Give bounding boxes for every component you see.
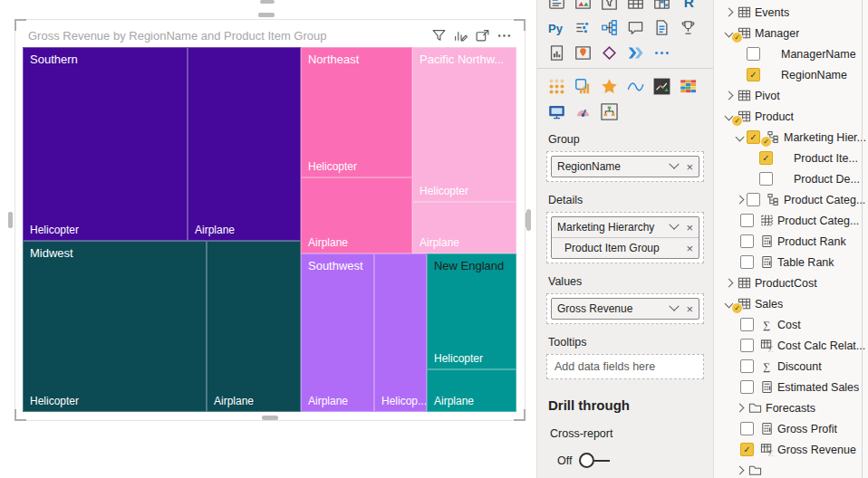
chevron-right-icon[interactable] bbox=[721, 280, 736, 286]
cv-curve-icon[interactable] bbox=[625, 76, 645, 96]
field-checkbox-unchecked[interactable] bbox=[740, 339, 754, 352]
field-row-product-rank[interactable]: Product Rank bbox=[714, 231, 868, 252]
chevron-right-icon[interactable] bbox=[732, 467, 747, 473]
field-row-marketing-hier[interactable]: ✓✓Marketing Hier... bbox=[714, 127, 868, 148]
chevron-right-icon[interactable] bbox=[721, 92, 736, 99]
field-row-discount[interactable]: ∑Discount bbox=[714, 356, 868, 377]
focus-mode-icon[interactable] bbox=[475, 28, 490, 43]
field-row-cost[interactable]: ∑Cost bbox=[714, 314, 868, 335]
chevron-right-icon[interactable] bbox=[732, 196, 747, 203]
cv-orgchart-icon[interactable] bbox=[599, 101, 619, 121]
python-icon[interactable]: Py bbox=[546, 17, 566, 37]
other-visual-handle[interactable] bbox=[260, 0, 275, 4]
values-field-well[interactable]: Gross Revenue × bbox=[546, 293, 704, 324]
chevron-right-icon[interactable] bbox=[721, 9, 736, 15]
treemap-cell-midwest-airplane[interactable]: Airplane bbox=[207, 241, 301, 412]
cv-heatmap-icon[interactable] bbox=[678, 76, 698, 96]
visual-resize-handle-top[interactable] bbox=[258, 13, 275, 17]
analytics-pencil-icon[interactable] bbox=[453, 28, 468, 43]
remove-field-icon[interactable]: × bbox=[686, 222, 693, 234]
group-field-well[interactable]: RegionName × bbox=[546, 151, 704, 182]
treemap-cell-northeast-helicopter[interactable]: NortheastHelicopter bbox=[301, 47, 412, 177]
remove-field-icon[interactable]: × bbox=[686, 243, 693, 254]
field-row-pivot[interactable]: Pivot bbox=[714, 85, 868, 106]
chevron-right-icon[interactable] bbox=[732, 405, 747, 411]
treemap-cell-midwest-helicopter[interactable]: MidwestHelicopter bbox=[23, 241, 207, 412]
treemap-cell-southwest-airplane[interactable]: SouthwestAirplane bbox=[301, 253, 374, 412]
chevron-down-icon[interactable] bbox=[670, 301, 680, 311]
treemap-cell-new-england-helicopter[interactable]: New EnglandHelicopter bbox=[427, 253, 516, 369]
treemap-cell-northeast-airplane[interactable]: Airplane bbox=[301, 177, 412, 253]
chevron-down-icon[interactable] bbox=[670, 220, 680, 230]
cv-star-icon[interactable] bbox=[599, 76, 619, 96]
field-row-regionname[interactable]: ✓RegionName bbox=[714, 64, 868, 85]
decomposition-tree-icon[interactable] bbox=[599, 17, 619, 37]
remove-field-icon[interactable]: × bbox=[686, 303, 693, 315]
table-icon[interactable] bbox=[625, 0, 645, 12]
field-row-partial[interactable] bbox=[714, 460, 868, 478]
chevron-down-icon[interactable] bbox=[732, 134, 747, 140]
multi-row-card-icon[interactable] bbox=[546, 0, 566, 12]
field-row-product-categ[interactable]: Product Categ... bbox=[714, 189, 868, 210]
field-row-table-rank[interactable]: Table Rank bbox=[714, 252, 868, 272]
field-row-gross-revenue[interactable]: ✓∑Gross Revenue bbox=[714, 439, 868, 460]
treemap-cell-southwest-helicopter[interactable]: Helicop... bbox=[374, 253, 427, 412]
key-influencers-icon[interactable] bbox=[573, 17, 593, 37]
field-checkbox-unchecked[interactable] bbox=[759, 172, 773, 186]
canvas-scrollbar-thumb[interactable] bbox=[526, 209, 531, 231]
field-row-cost-calc-relat[interactable]: ∑Cost Calc Relat... bbox=[714, 335, 868, 356]
field-checkbox-checked[interactable]: ✓ bbox=[747, 130, 760, 144]
field-checkbox-unchecked[interactable] bbox=[740, 380, 754, 394]
treemap-cell-pacific-northwest-helicopter[interactable]: Pacific Northw...Helicopter bbox=[412, 47, 516, 202]
field-checkbox-unchecked[interactable] bbox=[740, 234, 754, 248]
filter-icon[interactable] bbox=[431, 28, 447, 43]
field-checkbox-unchecked[interactable] bbox=[740, 214, 754, 227]
field-row-forecasts[interactable]: Forecasts bbox=[714, 397, 868, 418]
report-canvas[interactable]: Gross Revenue by RegionName and Product … bbox=[0, 0, 536, 478]
field-row-product[interactable]: ✓Product bbox=[714, 106, 868, 127]
field-row-manager[interactable]: ✓Manager bbox=[714, 23, 868, 43]
matrix-icon[interactable] bbox=[651, 0, 671, 12]
field-checkbox-unchecked[interactable] bbox=[740, 359, 754, 373]
tooltips-drop-zone[interactable]: Add data fields here bbox=[546, 354, 704, 379]
field-checkbox-unchecked[interactable] bbox=[740, 318, 754, 331]
field-row-product-ite[interactable]: ✓Product Ite... bbox=[714, 148, 868, 168]
group-field-chip[interactable]: RegionName × bbox=[551, 156, 699, 177]
field-row-managername[interactable]: ManagerName bbox=[714, 43, 868, 64]
field-checkbox-checked[interactable]: ✓ bbox=[740, 443, 754, 456]
field-checkbox-unchecked[interactable] bbox=[740, 255, 754, 269]
power-automate-icon[interactable] bbox=[625, 43, 645, 62]
more-options-icon[interactable] bbox=[497, 28, 512, 43]
report-icon[interactable] bbox=[546, 43, 566, 62]
field-row-product-categ[interactable]: Product Categ... bbox=[714, 210, 868, 231]
field-checkbox-checked[interactable]: ✓ bbox=[759, 151, 773, 165]
field-row-productcost[interactable]: ProductCost bbox=[714, 272, 868, 293]
trophy-icon[interactable] bbox=[678, 17, 698, 37]
cv-screen-icon[interactable] bbox=[546, 101, 566, 121]
chevron-down-icon[interactable] bbox=[670, 159, 680, 169]
remove-field-icon[interactable]: × bbox=[686, 161, 693, 173]
more-visuals-icon[interactable] bbox=[651, 43, 671, 62]
fields-scrollbar-track[interactable] bbox=[862, 0, 863, 478]
paginated-report-icon[interactable] bbox=[651, 17, 671, 37]
qa-bubble-icon[interactable] bbox=[625, 17, 645, 37]
funnel-filter-icon[interactable] bbox=[599, 0, 619, 12]
field-checkbox-unchecked[interactable] bbox=[747, 193, 760, 206]
field-row-gross-profit[interactable]: Gross Profit bbox=[714, 418, 868, 439]
field-row-events[interactable]: Events bbox=[714, 2, 868, 23]
r-script-icon[interactable]: R bbox=[678, 0, 698, 12]
field-row-estimated-sales[interactable]: Estimated Sales bbox=[714, 377, 868, 397]
details-field-chip[interactable]: Marketing Hierarchy × Product Item Group… bbox=[551, 216, 699, 259]
arcgis-map-icon[interactable] bbox=[573, 43, 593, 62]
cv-gauge-icon[interactable] bbox=[573, 101, 593, 121]
values-field-chip[interactable]: Gross Revenue × bbox=[551, 298, 699, 320]
treemap-cell-new-england-airplane[interactable]: Airplane bbox=[427, 369, 516, 412]
power-apps-icon[interactable] bbox=[599, 43, 619, 62]
field-checkbox-checked[interactable]: ✓ bbox=[747, 68, 760, 81]
cross-report-toggle[interactable] bbox=[579, 453, 610, 468]
field-checkbox-unchecked[interactable] bbox=[747, 47, 760, 61]
field-checkbox-unchecked[interactable] bbox=[740, 422, 754, 435]
cv-bar-box-icon[interactable] bbox=[573, 76, 593, 96]
cv-scatter-dark-icon[interactable] bbox=[651, 76, 671, 96]
cv-dots-icon[interactable] bbox=[546, 76, 566, 96]
